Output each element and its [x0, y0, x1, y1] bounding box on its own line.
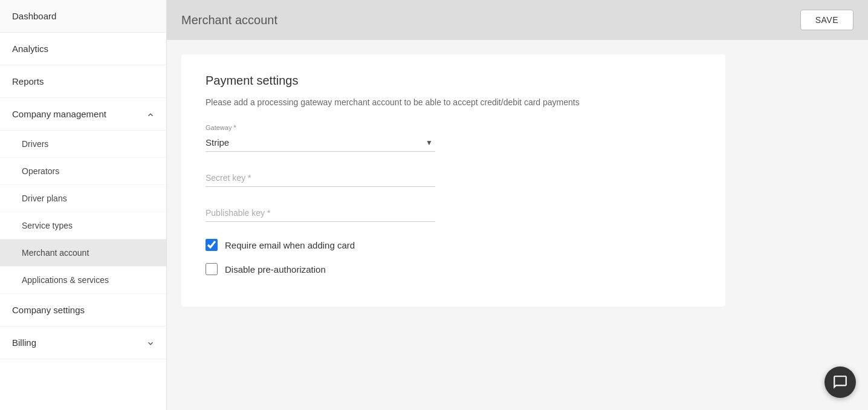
disable-preauth-checkbox[interactable]	[206, 263, 218, 275]
sidebar-item-driver-plans[interactable]: Driver plans	[0, 185, 166, 212]
gateway-group: Gateway * Stripe Braintree PayPal ▼	[206, 124, 435, 152]
topbar: Merchant account SAVE	[167, 0, 868, 40]
sidebar-item-company-management[interactable]: Company management	[0, 98, 166, 131]
chevron-down-icon	[146, 339, 154, 347]
secret-key-input[interactable]	[206, 169, 435, 187]
description-text: Please add a processing gateway merchant…	[206, 97, 701, 107]
chat-button[interactable]	[824, 366, 856, 398]
publishable-key-input[interactable]	[206, 204, 435, 222]
sidebar-item-applications-services[interactable]: Applications & services	[0, 267, 166, 294]
gateway-select[interactable]: Stripe Braintree PayPal	[206, 134, 435, 151]
page-title: Merchant account	[181, 13, 277, 27]
chevron-up-icon	[146, 110, 154, 119]
sidebar-item-service-types[interactable]: Service types	[0, 212, 166, 239]
disable-preauth-label: Disable pre-authorization	[225, 264, 326, 275]
require-email-checkbox[interactable]	[206, 239, 218, 251]
gateway-label: Gateway *	[206, 124, 435, 131]
gateway-select-wrapper: Stripe Braintree PayPal ▼	[206, 134, 435, 152]
sidebar: Dashboard Analytics Reports Company mana…	[0, 0, 167, 410]
sidebar-item-dashboard[interactable]: Dashboard	[0, 0, 166, 33]
sidebar-item-reports[interactable]: Reports	[0, 65, 166, 98]
sidebar-item-operators[interactable]: Operators	[0, 158, 166, 185]
section-title: Payment settings	[206, 74, 701, 88]
secret-key-group	[206, 169, 435, 187]
disable-preauth-group: Disable pre-authorization	[206, 263, 701, 275]
save-button[interactable]: SAVE	[800, 10, 853, 30]
content-area: Payment settings Please add a processing…	[167, 40, 868, 410]
sidebar-item-drivers[interactable]: Drivers	[0, 131, 166, 158]
sidebar-item-analytics[interactable]: Analytics	[0, 33, 166, 65]
require-email-group: Require email when adding card	[206, 239, 701, 251]
publishable-key-group	[206, 204, 435, 222]
payment-settings-card: Payment settings Please add a processing…	[181, 54, 725, 307]
require-email-label: Require email when adding card	[225, 240, 355, 250]
chat-icon	[832, 374, 848, 390]
sidebar-item-billing[interactable]: Billing	[0, 327, 166, 359]
sidebar-item-company-settings[interactable]: Company settings	[0, 294, 166, 327]
sidebar-item-merchant-account[interactable]: Merchant account	[0, 239, 166, 267]
main-panel: Merchant account SAVE Payment settings P…	[167, 0, 868, 410]
